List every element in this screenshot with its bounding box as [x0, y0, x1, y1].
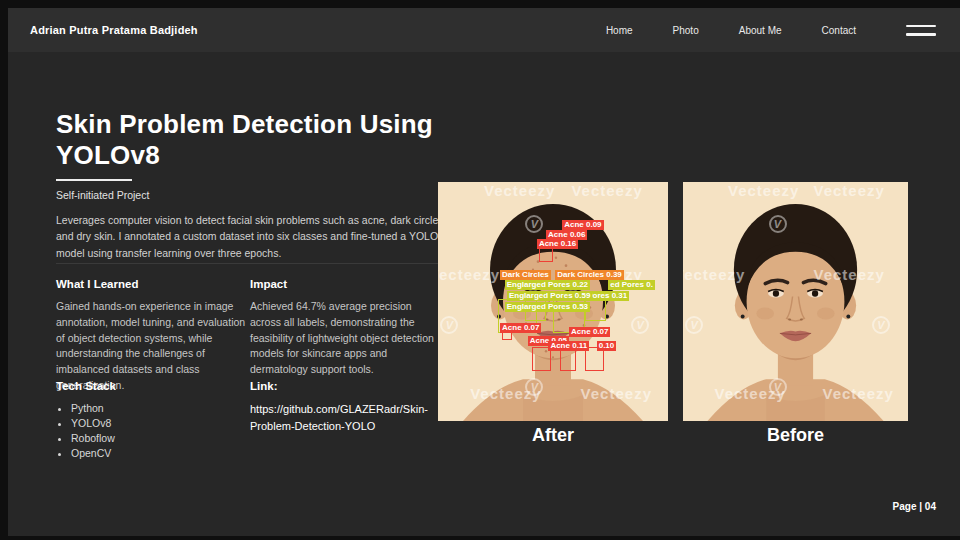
after-detections: Acne 0.09Acne 0.06Acne 0.16Dark CirclesD… — [438, 182, 668, 421]
tech-stack-item: OpenCV — [71, 447, 248, 459]
detection-label: Acne 0.16 — [537, 239, 578, 249]
watermark-logo-icon: V — [872, 316, 890, 334]
detection-label: Acne 0.07 — [569, 327, 610, 337]
link-section: Link: https://github.com/GLAZERadr/Skin-… — [250, 380, 428, 434]
watermark-logo-icon: V — [769, 378, 787, 396]
nav-menu: Home Photo About Me Contact — [606, 25, 936, 36]
detection-label: Englarged Pores 0.59 — [507, 291, 592, 301]
tech-stack-section: Tech Stack Python YOLOv8 Roboflow OpenCV — [56, 380, 248, 462]
project-subtitle: Self-initiated Project — [56, 189, 149, 201]
main-content: Skin Problem Detection Using YOLOv8 Self… — [8, 52, 960, 536]
detection-label: Dark Circles 0.39 — [555, 270, 624, 280]
before-watermark-layer: VecteezyVecteezyVecteezyVecteezyVecteezy… — [683, 182, 908, 421]
top-navbar: Adrian Putra Pratama Badjideh Home Photo… — [8, 8, 960, 52]
site-owner-name: Adrian Putra Pratama Badjideh — [30, 24, 198, 36]
detection-label: Englarged Pores 0.53 — [505, 302, 590, 312]
detection-label: Acne 0.06 — [546, 230, 587, 240]
detection-label: Acne 0.09 — [562, 220, 603, 230]
watermark-logo-icon: V — [769, 215, 787, 233]
watermark-text: Vecteezy — [823, 385, 894, 402]
page-number: Page | 04 — [893, 501, 936, 512]
nav-item-contact[interactable]: Contact — [822, 25, 856, 36]
watermark-text: Vecteezy — [728, 182, 799, 199]
title-underline — [56, 179, 132, 181]
link-heading: Link: — [250, 380, 428, 392]
before-caption: Before — [683, 425, 908, 446]
detection-label: Acne 0.07 — [500, 323, 541, 333]
detection-label: Dark Circles — [500, 270, 551, 280]
watermark-text: Vecteezy — [683, 266, 745, 283]
impact-section: Impact Achieved 64.7% average precision … — [250, 278, 434, 378]
tech-stack-item: Roboflow — [71, 432, 248, 444]
nav-item-photo[interactable]: Photo — [673, 25, 699, 36]
watermark-text: Vecteezy — [814, 182, 885, 199]
detection-box — [539, 248, 553, 262]
tech-stack-item: YOLOv8 — [71, 417, 248, 429]
github-repo-link[interactable]: https://github.com/GLAZERadr/Skin-Proble… — [250, 401, 428, 434]
nav-item-about-me[interactable]: About Me — [739, 25, 782, 36]
what-i-learned-heading: What I Learned — [56, 278, 248, 290]
hamburger-menu-icon[interactable] — [906, 25, 936, 36]
project-description: Leverages computer vision to detect faci… — [56, 212, 458, 261]
detection-label: ed Pores 0. — [608, 280, 655, 290]
detection-box — [560, 349, 576, 371]
page-title: Skin Problem Detection Using YOLOv8 — [56, 109, 486, 170]
impact-body: Achieved 64.7% average precision across … — [250, 299, 434, 378]
watermark-text: Vecteezy — [814, 266, 885, 283]
watermark-text: Vecteezy — [715, 385, 786, 402]
tech-stack-item: Python — [71, 402, 248, 414]
detection-label: 0.10 — [597, 341, 617, 351]
after-image: VecteezyVecteezyVecteezyVecteezyVecteezy… — [438, 182, 668, 421]
detection-label: Acne 0.11 — [548, 341, 589, 351]
tech-stack-heading: Tech Stack — [56, 380, 248, 392]
impact-heading: Impact — [250, 278, 434, 290]
before-image: VecteezyVecteezyVecteezyVecteezyVecteezy… — [683, 182, 908, 421]
what-i-learned-section: What I Learned Gained hands-on experienc… — [56, 278, 248, 394]
tech-stack-list: Python YOLOv8 Roboflow OpenCV — [56, 402, 248, 459]
nav-item-home[interactable]: Home — [606, 25, 633, 36]
watermark-logo-icon: V — [685, 316, 703, 334]
after-caption: After — [438, 425, 668, 446]
detection-label: Englarged Pores 0.22 — [505, 280, 590, 290]
section-divider — [56, 263, 458, 264]
portfolio-page: Adrian Putra Pratama Badjideh Home Photo… — [0, 0, 960, 540]
